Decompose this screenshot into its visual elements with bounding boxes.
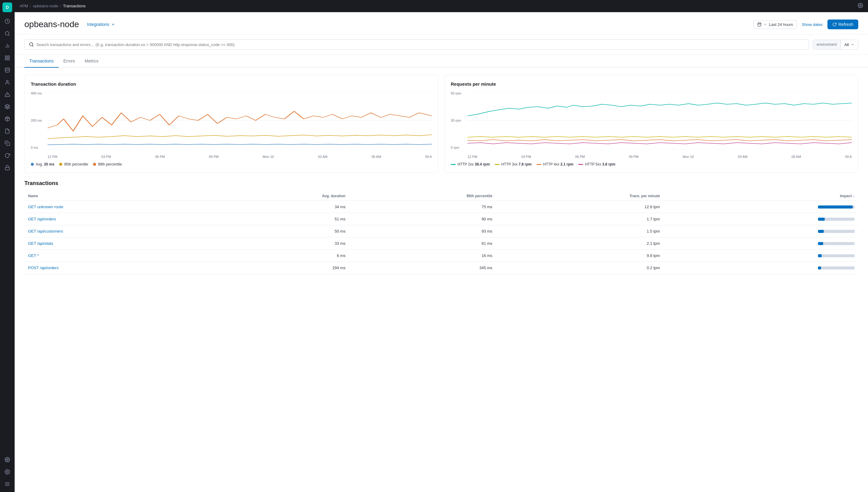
row-link[interactable]: GET * — [28, 253, 39, 258]
sidebar: D — [0, 0, 15, 492]
row-avg-duration: 6 ms — [213, 250, 349, 262]
row-link[interactable]: GET unknown route — [28, 204, 63, 209]
legend-3xx: HTTP 3xx 7.8 rpm — [495, 162, 532, 167]
legend-5xx: HTTP 5xx 3.8 rpm — [578, 162, 615, 167]
row-name: GET * — [24, 250, 213, 262]
sidebar-icon-clock[interactable] — [2, 16, 13, 27]
row-tpm: 1.7 tpm — [496, 213, 664, 225]
requests-xaxis: 12 PM 03 PM 06 PM 09 PM Mon 10 03 AM 06 … — [467, 155, 852, 158]
row-tpm: 2.1 tpm — [496, 238, 664, 250]
row-avg-duration: 50 ms — [213, 225, 349, 238]
sidebar-icon-search[interactable] — [2, 28, 13, 39]
sidebar-icon-chart[interactable] — [2, 40, 13, 51]
sidebar-icon-layers[interactable] — [2, 101, 13, 112]
tab-metrics[interactable]: Metrics — [80, 55, 103, 68]
legend-4xx-line — [536, 164, 541, 165]
row-avg-duration: 51 ms — [213, 213, 349, 225]
row-impact — [664, 238, 858, 250]
tab-transactions[interactable]: Transactions — [24, 55, 58, 68]
col-header-impact[interactable]: Impact ↓ — [664, 192, 858, 201]
svg-line-2 — [8, 34, 9, 35]
search-section: environment All — [15, 34, 868, 55]
svg-rect-8 — [8, 58, 9, 60]
duration-legend: Avg. 20 ms 95th percentile 99th percenti… — [31, 162, 432, 167]
col-header-avg[interactable]: Avg. duration — [213, 192, 349, 201]
page-header: opbeans-node Integrations Last 24 hours … — [15, 12, 868, 34]
row-name: GET /api/customers — [24, 225, 213, 238]
duration-chart-svg — [48, 92, 432, 149]
sidebar-icon-copy[interactable] — [2, 138, 13, 149]
row-name: GET unknown route — [24, 201, 213, 213]
svg-point-33 — [860, 5, 861, 6]
row-name: POST /api/orders — [24, 262, 213, 274]
show-dates-button[interactable]: Show dates — [799, 20, 825, 29]
row-link[interactable]: GET /api/customers — [28, 229, 63, 233]
legend-p95-dot — [59, 163, 62, 166]
sidebar-icon-database[interactable] — [2, 65, 13, 76]
row-impact — [664, 250, 858, 262]
row-link[interactable]: GET /api/stats — [28, 241, 53, 246]
table-row: GET /api/orders51 ms90 ms1.7 tpm — [24, 213, 858, 225]
legend-avg-dot — [31, 163, 34, 166]
sidebar-icon-lock[interactable] — [2, 162, 13, 173]
sidebar-icon-settings[interactable] — [2, 466, 13, 477]
sidebar-icon-refresh[interactable] — [2, 150, 13, 161]
search-box[interactable] — [24, 39, 809, 50]
row-p95: 75 ms — [349, 201, 496, 213]
topnav-settings-icon[interactable] — [858, 3, 863, 9]
svg-line-39 — [32, 45, 33, 46]
svg-rect-34 — [758, 23, 761, 26]
header-controls: Last 24 hours Show dates Refresh — [753, 20, 858, 29]
requests-chart-svg — [467, 92, 852, 149]
sidebar-icon-package[interactable] — [2, 114, 13, 124]
env-chevron-icon — [851, 43, 854, 46]
row-name: GET /api/stats — [24, 238, 213, 250]
sidebar-icon-filetype[interactable] — [2, 126, 13, 137]
breadcrumb-apm[interactable]: APM — [20, 4, 28, 8]
row-impact — [664, 201, 858, 213]
row-impact — [664, 213, 858, 225]
table-row: GET unknown route34 ms75 ms12.6 tpm — [24, 201, 858, 213]
svg-point-11 — [6, 80, 8, 82]
environment-select[interactable]: environment All — [813, 40, 859, 50]
row-avg-duration: 34 ms — [213, 201, 349, 213]
date-range-button[interactable]: Last 24 hours — [753, 20, 797, 29]
legend-5xx-line — [578, 164, 583, 165]
env-dropdown[interactable]: All — [841, 40, 858, 49]
table-row: GET /api/customers50 ms93 ms1.5 tpm — [24, 225, 858, 238]
breadcrumb-service[interactable]: opbeans-node — [33, 4, 58, 8]
integrations-button[interactable]: Integrations — [84, 20, 118, 29]
duration-xaxis: 12 PM 03 PM 06 PM 09 PM Mon 10 03 AM 06 … — [48, 155, 432, 158]
env-value: All — [845, 42, 849, 47]
svg-rect-18 — [5, 167, 9, 170]
date-range-label: Last 24 hours — [769, 22, 793, 27]
legend-p99: 99th percentile — [93, 162, 122, 167]
app-logo[interactable]: D — [2, 2, 12, 12]
row-link[interactable]: GET /api/orders — [28, 217, 56, 221]
legend-p99-dot — [93, 163, 96, 166]
transactions-section: Transactions Name Avg. duration 95th per… — [15, 180, 868, 284]
refresh-button[interactable]: Refresh — [827, 20, 858, 29]
breadcrumb-sep-1: / — [30, 4, 31, 8]
svg-rect-7 — [8, 56, 9, 57]
row-link[interactable]: POST /api/orders — [28, 266, 58, 270]
sidebar-icon-menu[interactable] — [2, 478, 13, 490]
duration-chart-area: 400 ms 200 ms 0 ms — [31, 92, 432, 158]
sidebar-icon-user[interactable] — [2, 77, 13, 88]
col-header-name[interactable]: Name — [24, 192, 213, 201]
col-header-p95[interactable]: 95th percentile — [349, 192, 496, 201]
transactions-table: Name Avg. duration 95th percentile Trans… — [24, 192, 858, 274]
svg-rect-19 — [5, 458, 9, 462]
col-header-tpm[interactable]: Trans. per minute — [496, 192, 664, 201]
svg-rect-6 — [5, 56, 7, 57]
tabs: Transactions Errors Metrics — [15, 55, 868, 68]
requests-chart-card: Requests per minute 60 rpm 30 rpm 0 rpm — [444, 75, 858, 173]
sidebar-icon-alert[interactable] — [2, 89, 13, 100]
search-input[interactable] — [36, 42, 804, 47]
row-avg-duration: 294 ms — [213, 262, 349, 274]
row-tpm: 9.8 tpm — [496, 250, 664, 262]
legend-p95: 95th percentile — [59, 162, 88, 167]
tab-errors[interactable]: Errors — [58, 55, 80, 68]
sidebar-icon-cpu[interactable] — [2, 454, 13, 465]
sidebar-icon-grid[interactable] — [2, 52, 13, 64]
